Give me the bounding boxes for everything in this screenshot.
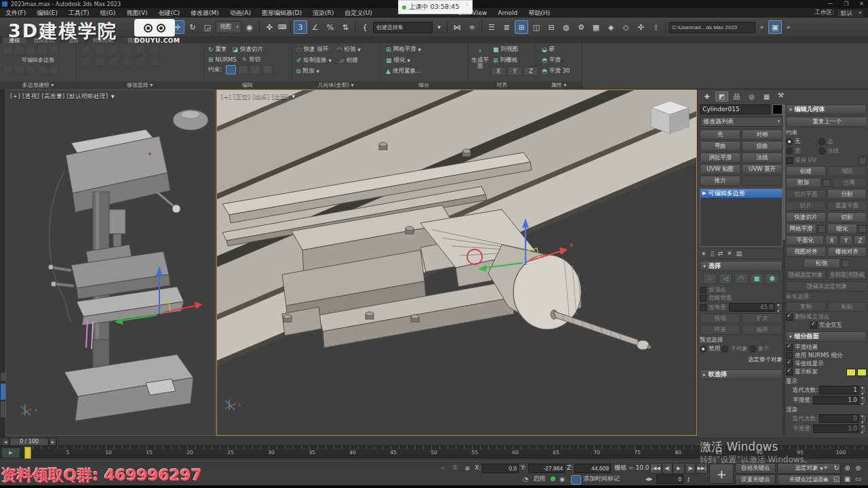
create-tab-icon[interactable]: ✚ bbox=[701, 92, 713, 102]
paint-connect-button[interactable]: ✐绘制连接 ▾ bbox=[294, 56, 334, 65]
edge-mode-icon[interactable] bbox=[14, 45, 24, 55]
attach-button[interactable]: ⧉附加 ▾ bbox=[294, 66, 321, 76]
ring-icon[interactable] bbox=[122, 45, 132, 55]
viewport-left-label[interactable]: [+] [透视] [高质量] [默认明暗处理]▼ bbox=[10, 93, 115, 101]
layer-manager-icon[interactable]: ☰ bbox=[485, 20, 498, 34]
by-angle-checkbox[interactable]: 按角度: bbox=[700, 304, 728, 312]
use-displacement-button[interactable]: ▲使用置换… bbox=[384, 66, 423, 76]
rotate-icon[interactable]: ↻ bbox=[186, 20, 199, 34]
align-y-button[interactable]: Y bbox=[507, 66, 522, 76]
smooth-edge-button[interactable]: ◓平滑 bbox=[540, 56, 572, 65]
planar-y-button[interactable]: Y bbox=[840, 235, 852, 245]
slice-button[interactable]: 切片 bbox=[786, 201, 826, 211]
section-label-geometry-all[interactable]: 几何体(全部) ▾ bbox=[292, 81, 380, 89]
menu-views[interactable]: 视图(V) bbox=[121, 8, 153, 18]
recording-status-pill[interactable]: 上课中 03:58:45 ˄ bbox=[398, 0, 473, 14]
preview-subobj-radio[interactable]: 子对象 bbox=[722, 345, 748, 353]
tessellate-settings-icon[interactable] bbox=[859, 225, 867, 233]
hide-unselected-button[interactable]: 隐藏未选定对象 bbox=[786, 281, 867, 291]
msmooth-settings-icon[interactable] bbox=[818, 225, 826, 233]
render-flyout-icon[interactable]: ▣ bbox=[768, 20, 782, 34]
border-subobject-icon[interactable]: ◠ bbox=[734, 273, 748, 284]
show-cage-checkbox[interactable]: 显示框架 bbox=[786, 368, 845, 376]
render-iterations-field[interactable]: 0 bbox=[819, 414, 859, 423]
preserve-uv-checkbox[interactable]: 保持 UV bbox=[786, 157, 857, 165]
panel-scrollbar[interactable] bbox=[783, 104, 785, 435]
menu-rendering[interactable]: 渲染(R) bbox=[307, 8, 339, 18]
msmooth-button[interactable]: 网格平滑 bbox=[786, 224, 816, 234]
key-mode-icon[interactable]: ⚷ bbox=[684, 474, 693, 483]
section-label-subdivision[interactable]: 细分 bbox=[380, 81, 468, 89]
nurms-button[interactable]: ⊞NURMS bbox=[206, 55, 239, 64]
render-setup-icon[interactable]: ⚙ bbox=[574, 20, 588, 34]
render-smoothness-field[interactable]: 1.0 bbox=[813, 424, 859, 433]
section-label-polygon-modeling[interactable]: 多边形建模 ▾ bbox=[0, 81, 76, 89]
current-frame-field[interactable] bbox=[656, 474, 684, 484]
schematic-view-icon[interactable]: ⊟ bbox=[545, 20, 558, 34]
menu-graph-editors[interactable]: 图形编辑器(D) bbox=[256, 8, 307, 18]
cut-geo-button[interactable]: 切割 bbox=[827, 212, 867, 222]
stack-item-editable-poly[interactable]: ▶可编辑多边形 bbox=[701, 189, 782, 199]
uvw-map-modifier-button[interactable]: UVW 贴图 bbox=[700, 164, 741, 174]
viewport-left-perspective[interactable]: [+] [透视] [高质量] [默认明暗处理]▼ bbox=[5, 89, 216, 436]
quickslice-button[interactable]: ◪快速切片 bbox=[231, 45, 266, 54]
object-name-field[interactable]: Cylinder015 bbox=[700, 104, 770, 115]
constraint-face-icon[interactable] bbox=[250, 65, 260, 75]
hard-edge-button[interactable]: ◒硬 bbox=[540, 45, 572, 54]
isoline-display-checkbox[interactable]: 等值线显示 bbox=[786, 360, 867, 368]
angle-field[interactable]: 45.0 bbox=[729, 303, 775, 312]
motion-tab-icon[interactable]: ◎ bbox=[745, 92, 758, 102]
smooth30-button[interactable]: ◓平滑 30 bbox=[540, 66, 572, 76]
bend-modifier-button[interactable]: 弯曲 bbox=[700, 141, 741, 151]
reference-coordinate-dropdown[interactable]: 视图 bbox=[216, 21, 241, 33]
snap-toggle-icon[interactable]: 3 bbox=[294, 20, 307, 34]
grid-align-button[interactable]: 栅格对齐 bbox=[827, 247, 867, 257]
object-color-swatch[interactable] bbox=[772, 104, 783, 115]
menu-help[interactable]: 帮助(H) bbox=[523, 8, 555, 18]
use-nurms-checkbox[interactable]: 使用 NURMS 细分 bbox=[786, 352, 867, 360]
repeat-last-button[interactable]: 重复上一个 bbox=[786, 117, 867, 127]
pin-stack-icon[interactable]: ∗ bbox=[701, 250, 707, 257]
background-object[interactable] bbox=[173, 110, 208, 130]
soft-selection-rollout-header[interactable]: ▸软选择 bbox=[700, 369, 783, 380]
section-label-edit[interactable]: 编辑 bbox=[203, 81, 292, 89]
attach-settings-icon[interactable] bbox=[823, 179, 831, 187]
time-slider-playhead[interactable] bbox=[24, 447, 31, 459]
vertex-subobject-icon[interactable]: ∴ bbox=[703, 273, 717, 284]
edge-subobject-icon[interactable]: ◁ bbox=[719, 273, 732, 284]
element-mode-icon[interactable] bbox=[49, 45, 59, 55]
render-production-icon[interactable]: ◈ bbox=[604, 20, 618, 34]
arnold-render-icon[interactable]: ✣ bbox=[634, 20, 648, 34]
field-of-view-icon[interactable]: ◈ bbox=[821, 474, 831, 483]
set-key-button[interactable]: 设置关键点 bbox=[735, 474, 776, 485]
percent-snap-icon[interactable]: % bbox=[323, 20, 337, 34]
hierarchy-tab-icon[interactable]: 品 bbox=[730, 92, 743, 102]
ribbon-toggle-icon[interactable]: ⊞ bbox=[515, 20, 528, 34]
section-label-modify-selection[interactable]: 修改选择 ▾ bbox=[76, 81, 203, 89]
scene-explorer-icon[interactable]: ≣ bbox=[500, 20, 513, 34]
loop-icon[interactable] bbox=[108, 45, 119, 55]
section-label-properties[interactable]: 属性 ▾ bbox=[536, 81, 582, 89]
normal-modifier-button[interactable]: 法线 bbox=[742, 152, 783, 163]
civil-view-icon[interactable]: ⟟ bbox=[649, 20, 663, 34]
ring-button[interactable]: 环形 bbox=[700, 325, 741, 335]
selection-rollout-header[interactable]: ▾选择 bbox=[700, 261, 783, 271]
utilities-tab-icon[interactable]: ⚒ bbox=[778, 92, 784, 99]
iterations-spinner[interactable] bbox=[861, 386, 867, 394]
viewport-right-label[interactable]: [+] [正交] [线框] [边面]▼ bbox=[221, 93, 296, 101]
minimize-icon[interactable]: — bbox=[827, 0, 833, 8]
detach-button[interactable]: 分离 bbox=[832, 178, 867, 188]
loop-button[interactable]: 循环 bbox=[742, 325, 783, 335]
z-coord-field[interactable] bbox=[574, 464, 611, 473]
polygon-subobject-icon[interactable]: ■ bbox=[750, 273, 764, 284]
spinner-snap-icon[interactable]: ⇅ bbox=[338, 20, 352, 34]
polygon-mode-icon[interactable] bbox=[37, 45, 47, 55]
next-key-icon[interactable]: |▶ bbox=[685, 463, 696, 474]
render-iterative-icon[interactable]: ◇ bbox=[619, 20, 633, 34]
info-icon[interactable]: ◉ bbox=[557, 474, 567, 483]
hide-selected-button[interactable]: 隐藏选定对象 bbox=[786, 270, 826, 280]
create-button[interactable]: ▱创建 bbox=[338, 56, 360, 65]
planar-x-button[interactable]: X bbox=[825, 235, 838, 245]
collapse-button[interactable]: 塌陷 bbox=[827, 166, 867, 176]
smooth-result-checkbox[interactable]: 平滑结果 bbox=[786, 344, 867, 352]
